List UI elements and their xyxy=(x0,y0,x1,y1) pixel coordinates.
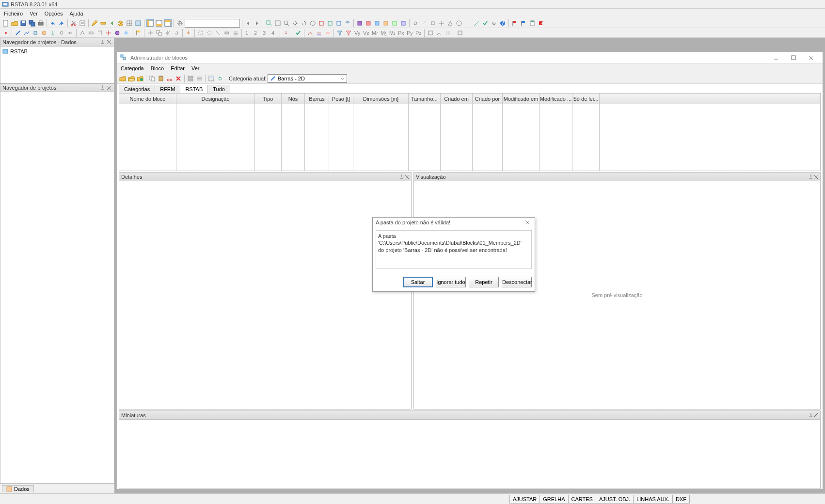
folder-new-icon[interactable] xyxy=(119,75,127,82)
gear-icon[interactable] xyxy=(490,19,498,27)
retry-button[interactable]: Repetir xyxy=(469,277,499,287)
paste-icon[interactable] xyxy=(157,75,165,82)
render-3-icon[interactable] xyxy=(373,19,381,27)
move-2-icon[interactable] xyxy=(146,29,154,37)
column-header[interactable]: Peso [t] xyxy=(329,94,353,104)
folder-sync-icon[interactable] xyxy=(136,75,144,82)
num-3-icon[interactable]: 3 xyxy=(261,29,269,37)
tab-dados[interactable]: Dados xyxy=(2,485,34,492)
pin-icon[interactable] xyxy=(399,174,404,179)
column-header[interactable]: Criado por xyxy=(473,94,503,104)
skip-button[interactable]: Saltar xyxy=(403,277,433,287)
copy-icon[interactable] xyxy=(155,29,163,37)
refresh-icon[interactable] xyxy=(216,75,224,82)
column-header[interactable]: Modificado em xyxy=(503,94,539,104)
num-4-icon[interactable]: 4 xyxy=(270,29,278,37)
tool-f-icon[interactable] xyxy=(122,29,130,37)
rotate-icon[interactable] xyxy=(300,19,308,27)
copy2-icon[interactable] xyxy=(148,75,156,82)
view-x-icon[interactable] xyxy=(317,19,325,27)
rotate2-icon[interactable] xyxy=(173,29,180,37)
section-icon[interactable] xyxy=(32,29,39,37)
pin-icon[interactable] xyxy=(99,39,105,45)
pencil-icon[interactable] xyxy=(91,19,98,27)
layers-icon[interactable] xyxy=(117,19,125,27)
view-z-icon[interactable] xyxy=(335,19,343,27)
my-label-icon[interactable]: My xyxy=(380,29,387,37)
material-icon[interactable] xyxy=(40,29,48,37)
back-arrow-icon[interactable] xyxy=(108,19,116,27)
tab-rfem[interactable]: RFEM xyxy=(155,85,180,93)
prev-arrow-icon[interactable] xyxy=(244,19,252,27)
flag-red2-icon[interactable] xyxy=(537,19,545,27)
menu-ver[interactable]: Ver xyxy=(30,11,38,16)
column-header[interactable]: Dimensões [m] xyxy=(353,94,409,104)
status-cartes[interactable]: CARTES xyxy=(568,495,596,504)
status-linhas-aux[interactable]: LINHAS AUX. xyxy=(633,495,673,504)
tab-categorias[interactable]: Categorias xyxy=(119,85,155,93)
calc-icon[interactable] xyxy=(528,19,536,27)
vz-label-icon[interactable]: Vz xyxy=(362,29,370,37)
view-table-icon[interactable] xyxy=(164,19,172,27)
column-header[interactable]: Modificado ... xyxy=(539,94,572,104)
mirror-icon[interactable] xyxy=(164,29,172,37)
snap-2-icon[interactable] xyxy=(420,19,428,27)
snap-8-icon[interactable] xyxy=(473,19,480,27)
column-header[interactable]: Só de lei... xyxy=(572,94,600,104)
tile-icon[interactable] xyxy=(187,75,194,82)
minimize-button[interactable] xyxy=(767,53,785,63)
render-1-icon[interactable] xyxy=(356,19,364,27)
redo-icon[interactable] xyxy=(58,19,65,27)
thumb-icon[interactable] xyxy=(207,75,215,82)
support-icon[interactable] xyxy=(49,29,57,37)
new-file-icon[interactable] xyxy=(2,19,10,27)
sel-4-icon[interactable] xyxy=(223,29,231,37)
render-4-icon[interactable] xyxy=(382,19,390,27)
list-icon[interactable] xyxy=(195,75,203,82)
open-icon[interactable] xyxy=(11,19,18,27)
extra-1-icon[interactable] xyxy=(427,29,434,37)
view-y-icon[interactable] xyxy=(326,19,334,27)
snap-6-icon[interactable] xyxy=(455,19,463,27)
close-button[interactable] xyxy=(802,53,820,63)
filter-2-icon[interactable] xyxy=(345,29,352,37)
menu-bloco[interactable]: Bloco xyxy=(151,65,164,71)
column-header[interactable]: Criado em xyxy=(441,94,473,104)
snap-5-icon[interactable] xyxy=(446,19,454,27)
next-arrow-icon[interactable] xyxy=(253,19,261,27)
help-icon[interactable]: ? xyxy=(499,19,507,27)
mt-label-icon[interactable]: Mr xyxy=(371,29,379,37)
render-6-icon[interactable] xyxy=(399,19,407,27)
check-icon[interactable] xyxy=(481,19,489,27)
loads-icon[interactable] xyxy=(185,29,192,37)
column-header[interactable]: Barras xyxy=(305,94,329,104)
menu-categoria[interactable]: Categoria xyxy=(121,65,144,71)
extra-3-icon[interactable] xyxy=(444,29,452,37)
snap-1-icon[interactable] xyxy=(412,19,419,27)
view-left-pane-icon[interactable] xyxy=(146,19,154,27)
column-header[interactable]: Tamanho... xyxy=(409,94,441,104)
tool-e-icon[interactable] xyxy=(113,29,121,37)
polyline-icon[interactable] xyxy=(23,29,31,37)
delete-icon[interactable] xyxy=(175,75,182,82)
column-header[interactable]: Designação xyxy=(176,94,255,104)
maximize-button[interactable] xyxy=(785,53,802,63)
close-icon[interactable] xyxy=(106,39,112,45)
close-icon[interactable] xyxy=(523,219,532,226)
num-1-icon[interactable]: 1 xyxy=(244,29,252,37)
column-header[interactable]: Nós xyxy=(282,94,305,104)
extra-4-icon[interactable] xyxy=(456,29,464,37)
py-label-icon[interactable]: Py xyxy=(406,29,413,37)
view-iso1-icon[interactable] xyxy=(344,19,351,27)
column-header[interactable]: Tipo xyxy=(255,94,282,104)
close-icon[interactable] xyxy=(404,174,409,179)
close-icon[interactable] xyxy=(813,413,818,418)
pin-icon[interactable] xyxy=(809,174,813,179)
pan-icon[interactable] xyxy=(291,19,299,27)
num-2-icon[interactable]: 2 xyxy=(253,29,260,37)
tool-a-icon[interactable] xyxy=(79,29,86,37)
render-5-icon[interactable] xyxy=(391,19,398,27)
res-1-icon[interactable] xyxy=(306,29,314,37)
undo-icon[interactable] xyxy=(49,19,57,27)
menu-ajuda[interactable]: Ajuda xyxy=(70,11,83,16)
